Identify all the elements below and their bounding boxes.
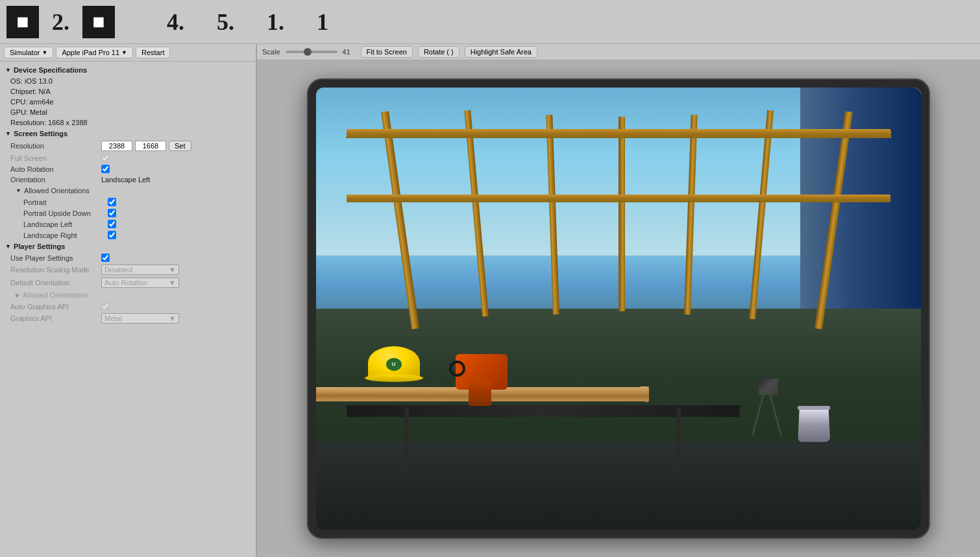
allowed-orientations-header: ▼ Allowed Orientations (0, 185, 256, 196)
workbench-leg-left (405, 407, 409, 477)
restart-button[interactable]: Restart (136, 47, 170, 58)
device-screen: U (316, 88, 921, 530)
toolbar-icon-3[interactable]: ■ (82, 6, 115, 38)
tripod-leg-1 (752, 392, 765, 436)
resolution-scaling-dropdown[interactable]: Disabled ▼ (101, 265, 179, 275)
auto-graphics-api-checkbox[interactable] (101, 302, 110, 311)
toolbar-number-5: 5. (217, 8, 234, 36)
portrait-checkbox[interactable] (108, 198, 116, 206)
beam-vertical-right3 (815, 112, 853, 329)
cpu-row: CPU: arm64e (0, 97, 256, 107)
autorotation-row: Auto Rotation (0, 163, 256, 174)
resolution-inputs: Set (101, 141, 191, 151)
left-panel: Simulator ▼ Apple iPad Pro 11 ▼ Restart … (0, 44, 256, 557)
player-allowed-orientations-header: ▶ Allowed Orientations (0, 289, 256, 301)
resolution-row: Resolution Set (0, 139, 256, 152)
toolbar-number-2: 2. (52, 8, 69, 36)
toolbar-number-4: 4. (167, 8, 184, 36)
resolution-spec-row: Resolution: 1668 x 2388 (0, 117, 256, 128)
autorotation-checkbox-wrapper (101, 165, 110, 173)
hardhat-brim (365, 374, 423, 382)
scene-background: U (316, 88, 921, 530)
resolution-set-button[interactable]: Set (169, 141, 191, 151)
top-toolbar: ■ 2. ■ 4. 5. 1. 1 (0, 0, 980, 44)
beam-horizontal-top (346, 129, 891, 138)
scale-slider[interactable] (286, 51, 337, 53)
device-specs-arrow: ▼ (5, 67, 11, 73)
fullscreen-checkbox-wrapper (101, 154, 110, 162)
landscape-left-row: Landscape Left (0, 219, 256, 230)
device-dropdown[interactable]: Apple iPad Pro 11 ▼ (56, 47, 133, 58)
orientation-row: Orientation Landscape Left (0, 174, 256, 185)
auto-graphics-api-row: Auto Graphics API (0, 301, 256, 312)
scale-label: Scale (262, 48, 280, 56)
device-frame: U (307, 78, 930, 539)
player-settings-arrow: ▼ (5, 243, 11, 250)
rotate-button[interactable]: Rotate ( ) (418, 46, 459, 58)
player-allowed-orientations-arrow: ▶ (16, 292, 20, 298)
fit-to-screen-button[interactable]: Fit to Screen (361, 46, 413, 58)
device-specs-header: ▼ Device Specifications (0, 64, 256, 76)
toolbar-number-7: 1 (317, 8, 328, 36)
screen-settings-arrow: ▼ (5, 130, 11, 137)
settings-panel: ▼ Device Specifications OS: iOS 13.0 Chi… (0, 62, 256, 557)
use-player-settings-row: Use Player Settings (0, 252, 256, 263)
portrait-row: Portrait (0, 196, 256, 207)
tripod (749, 379, 788, 450)
simulator-dropdown-arrow: ▼ (42, 49, 47, 56)
simulator-dropdown[interactable]: Simulator ▼ (4, 47, 53, 58)
beam-vertical-right2 (749, 110, 774, 319)
landscape-left-checkbox[interactable] (108, 220, 116, 228)
fullscreen-checkbox[interactable] (101, 154, 110, 162)
bucket (798, 406, 830, 442)
default-orientation-arrow: ▼ (169, 279, 176, 287)
landscape-right-row: Landscape Right (0, 230, 256, 241)
allowed-orientations-arrow: ▼ (16, 187, 21, 194)
right-panel: Scale 41 Fit to Screen Rotate ( ) Highli… (257, 44, 980, 557)
default-orientation-row: Default Orientation Auto Rotation ▼ (0, 276, 256, 289)
os-row: OS: iOS 13.0 (0, 76, 256, 86)
bucket-body (798, 410, 830, 442)
highlight-safe-area-button[interactable]: Highlight Safe Area (465, 46, 537, 58)
tool-handle (469, 380, 491, 406)
chipset-row: Chipset: N/A (0, 86, 256, 97)
toolbar-icon-1[interactable]: ■ (6, 6, 39, 38)
resolution-scaling-arrow: ▼ (169, 266, 176, 274)
autorotation-checkbox[interactable] (101, 165, 110, 173)
fullscreen-row: Full Screen (0, 152, 256, 163)
screen-settings-header: ▼ Screen Settings (0, 128, 256, 139)
gpu-row: GPU: Metal (0, 107, 256, 117)
beam-horizontal-mid (347, 195, 891, 202)
landscape-right-checkbox[interactable] (108, 231, 116, 239)
hard-hat: U (365, 346, 423, 388)
workbench-leg-right (677, 407, 681, 477)
main-content: Simulator ▼ Apple iPad Pro 11 ▼ Restart … (0, 44, 980, 557)
scale-thumb (304, 48, 312, 56)
device-dropdown-arrow: ▼ (121, 49, 127, 56)
toolbar-number-6: 1. (267, 8, 284, 36)
scale-value: 41 (343, 48, 356, 56)
viewport-toolbar: Scale 41 Fit to Screen Rotate ( ) Highli… (257, 44, 980, 60)
tripod-leg-2 (768, 392, 782, 436)
bucket-rim (798, 406, 830, 410)
default-orientation-dropdown[interactable]: Auto Rotation ▼ (101, 278, 179, 288)
power-tool (449, 354, 514, 406)
graphics-api-dropdown[interactable]: Metal ▼ (101, 313, 179, 324)
resolution-scaling-row: Resolution Scaling Mode Disabled ▼ (0, 263, 256, 276)
use-player-settings-checkbox-wrapper (101, 254, 110, 262)
simulator-toolbar: Simulator ▼ Apple iPad Pro 11 ▼ Restart (0, 44, 256, 62)
device-frame-area: U (257, 60, 980, 557)
graphics-api-arrow: ▼ (169, 314, 176, 322)
resolution-height-input[interactable] (135, 141, 166, 151)
hardhat-logo: U (386, 358, 402, 371)
tool-hose (449, 361, 465, 377)
graphics-api-row: Graphics API Metal ▼ (0, 312, 256, 325)
player-settings-header: ▼ Player Settings (0, 241, 256, 252)
resolution-width-input[interactable] (101, 141, 132, 151)
portrait-upsidedown-row: Portrait Upside Down (0, 207, 256, 219)
use-player-settings-checkbox[interactable] (101, 254, 110, 262)
portrait-upsidedown-checkbox[interactable] (108, 209, 116, 217)
